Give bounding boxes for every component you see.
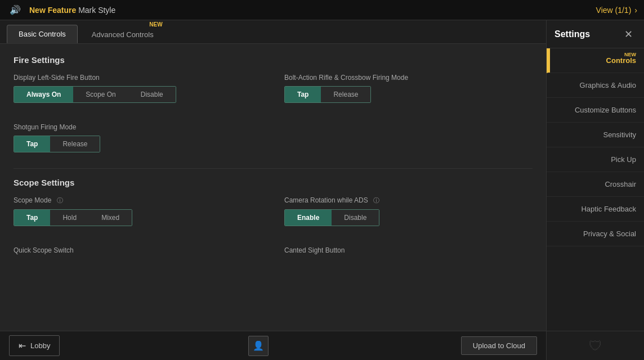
lobby-label: Lobby — [30, 341, 50, 350]
profile-icon-button[interactable]: 👤 — [248, 336, 269, 356]
sidebar-item-customize[interactable]: Customize Buttons — [547, 98, 644, 123]
scope-mode-btn-group: Tap Hold Mixed — [14, 209, 132, 226]
left-fire-label: Display Left-Side Fire Button — [14, 74, 262, 82]
canted-sight-row: Canted Sight Button — [284, 246, 533, 259]
advanced-new-badge: NEW — [149, 21, 162, 28]
sidebar-item-privacy[interactable]: Privacy & Social — [547, 222, 644, 246]
sidebar-header: Settings ✕ — [547, 20, 644, 48]
content-area: Basic Controls Advanced Controls NEW Fir… — [0, 20, 546, 360]
fire-settings-grid: Display Left-Side Fire Button Always On … — [14, 74, 533, 114]
scope-mode-info-icon[interactable]: ⓘ — [57, 197, 63, 204]
tab-basic-label: Basic Controls — [19, 30, 66, 38]
scope-hold-btn[interactable]: Hold — [50, 210, 89, 226]
sidebar-item-pickup-label: Pick Up — [611, 155, 636, 164]
quick-scope-row: Quick Scope Switch — [14, 246, 262, 259]
upload-to-cloud-button[interactable]: Upload to Cloud — [461, 336, 537, 355]
view-label: View (1/1) — [596, 6, 632, 15]
sidebar-item-haptic[interactable]: Haptic Feedback — [547, 197, 644, 222]
camera-rotation-btn-group: Enable Disable — [284, 209, 379, 226]
bolt-tap-btn[interactable]: Tap — [285, 87, 321, 102]
close-button[interactable]: ✕ — [620, 26, 636, 42]
bolt-crossbow-btn-group: Tap Release — [284, 86, 371, 103]
profile-icon: 👤 — [253, 340, 264, 351]
sidebar-item-controls-label: Controls — [606, 56, 636, 65]
sidebar-item-graphics[interactable]: Graphics & Audio — [547, 73, 644, 98]
quick-canted-grid: Quick Scope Switch Canted Sight Button — [14, 246, 533, 270]
sidebar-item-sensitivity[interactable]: Sensitivity — [547, 123, 644, 147]
scope-mode-label: Scope Mode ⓘ — [14, 196, 262, 205]
camera-enable-btn[interactable]: Enable — [285, 210, 332, 226]
top-bar: 🔊 New Feature Mark Style View (1/1) › — [0, 0, 644, 20]
disable-fire-btn[interactable]: Disable — [128, 87, 176, 102]
settings-content: Fire Settings Display Left-Side Fire But… — [0, 44, 546, 331]
scope-settings-title: Scope Settings — [14, 178, 533, 187]
bolt-crossbow-row: Bolt-Action Rifle & Crossbow Firing Mode… — [284, 74, 533, 103]
sidebar-item-graphics-label: Graphics & Audio — [580, 81, 636, 89]
sidebar-item-crosshair-label: Crosshair — [605, 180, 636, 188]
tab-basic-controls[interactable]: Basic Controls — [7, 25, 78, 43]
right-sidebar: Settings ✕ NEW Controls Graphics & Audio… — [546, 20, 644, 360]
shotgun-label: Shotgun Firing Mode — [14, 123, 533, 131]
shotgun-btn-group: Tap Release — [14, 136, 100, 152]
scope-settings-grid: Scope Mode ⓘ Tap Hold Mixed Camera Rotat… — [14, 196, 533, 237]
bolt-release-btn[interactable]: Release — [321, 87, 370, 102]
always-on-btn[interactable]: Always On — [14, 87, 73, 102]
main-layout: Basic Controls Advanced Controls NEW Fir… — [0, 20, 644, 360]
controls-new-badge: NEW — [624, 52, 636, 57]
camera-rotation-label: Camera Rotation while ADS ⓘ — [284, 196, 533, 205]
sidebar-nav: NEW Controls Graphics & Audio Customize … — [547, 48, 644, 331]
shotgun-row: Shotgun Firing Mode Tap Release — [14, 123, 533, 152]
bottom-bar: ⇤ Lobby 👤 Upload to Cloud — [0, 331, 546, 360]
tabs-bar: Basic Controls Advanced Controls NEW — [0, 20, 546, 44]
sidebar-item-pickup[interactable]: Pick Up — [547, 147, 644, 172]
shotgun-release-btn[interactable]: Release — [50, 136, 100, 152]
left-fire-btn-group: Always On Scope On Disable — [14, 86, 176, 103]
tab-advanced-controls[interactable]: Advanced Controls NEW — [80, 25, 166, 43]
view-button[interactable]: View (1/1) › — [596, 6, 637, 15]
sidebar-item-privacy-label: Privacy & Social — [583, 230, 636, 238]
scope-mode-row: Scope Mode ⓘ Tap Hold Mixed — [14, 196, 262, 226]
section-divider — [14, 168, 533, 169]
feature-label-new: New Feature — [29, 6, 76, 15]
canted-sight-label: Canted Sight Button — [284, 246, 533, 254]
camera-rotation-row: Camera Rotation while ADS ⓘ Enable Disab… — [284, 196, 533, 226]
tab-advanced-label: Advanced Controls — [92, 30, 154, 39]
view-arrow-icon: › — [634, 6, 637, 15]
close-icon: ✕ — [624, 28, 633, 40]
lobby-icon: ⇤ — [19, 340, 26, 351]
feature-label-rest: Mark Style — [78, 6, 115, 15]
sidebar-footer: 🛡 — [547, 331, 644, 360]
sidebar-item-crosshair[interactable]: Crosshair — [547, 172, 644, 197]
sidebar-item-controls[interactable]: NEW Controls — [547, 48, 644, 73]
fire-settings-section: Fire Settings Display Left-Side Fire But… — [14, 55, 533, 152]
sidebar-title: Settings — [554, 29, 590, 39]
scope-tap-btn[interactable]: Tap — [14, 210, 50, 226]
scope-mixed-btn[interactable]: Mixed — [89, 210, 132, 226]
camera-disable-btn[interactable]: Disable — [332, 210, 379, 226]
camera-rotation-info-icon[interactable]: ⓘ — [373, 197, 379, 204]
speaker-icon: 🔊 — [7, 2, 24, 19]
quick-scope-label: Quick Scope Switch — [14, 246, 262, 254]
bolt-crossbow-label: Bolt-Action Rifle & Crossbow Firing Mode — [284, 74, 533, 82]
sidebar-footer-icon: 🛡 — [589, 338, 602, 354]
upload-label: Upload to Cloud — [473, 341, 525, 350]
sidebar-item-haptic-label: Haptic Feedback — [581, 205, 636, 213]
sidebar-item-sensitivity-label: Sensitivity — [603, 130, 636, 139]
scope-settings-section: Scope Settings Scope Mode ⓘ Tap Hold Mix… — [14, 178, 533, 270]
lobby-button[interactable]: ⇤ Lobby — [9, 335, 60, 356]
fire-settings-title: Fire Settings — [14, 55, 533, 65]
sidebar-item-customize-label: Customize Buttons — [575, 106, 636, 114]
shotgun-tap-btn[interactable]: Tap — [14, 136, 50, 152]
left-fire-row: Display Left-Side Fire Button Always On … — [14, 74, 262, 103]
feature-title: New Feature Mark Style — [29, 6, 115, 15]
scope-on-btn[interactable]: Scope On — [73, 87, 128, 102]
